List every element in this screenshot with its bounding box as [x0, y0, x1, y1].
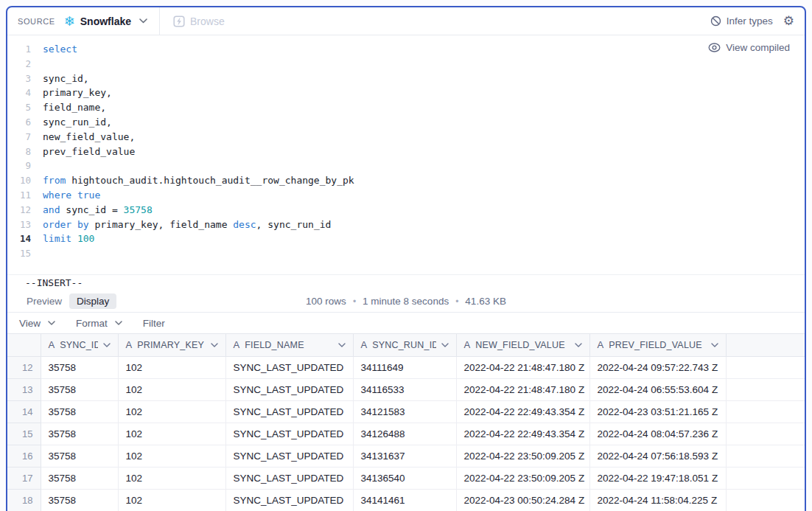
- column-header-field-name[interactable]: AFIELD_NAME: [225, 334, 353, 356]
- string-type-icon: A: [49, 339, 55, 350]
- column-header-sync-id[interactable]: ASYNC_ID: [41, 334, 118, 356]
- column-header-prev-field-value[interactable]: APREV_FIELD_VALUE: [589, 334, 726, 356]
- view-compiled-label: View compiled: [726, 42, 790, 53]
- table-cell[interactable]: 35758: [41, 467, 118, 489]
- column-name: PRIMARY_KEY: [137, 340, 205, 350]
- line-number: 2: [7, 57, 31, 72]
- code-line: 15: [7, 246, 805, 261]
- table-cell[interactable]: 2022-04-24 07:56:18.593 Z: [589, 445, 726, 467]
- row-number-header: [7, 334, 41, 356]
- table-cell[interactable]: 35758: [41, 423, 118, 445]
- result-stats: 100 rows • 1 minute 8 seconds • 41.63 KB: [306, 296, 506, 307]
- table-cell[interactable]: 102: [118, 378, 225, 400]
- results-tabs: Preview Display 100 rows • 1 minute 8 se…: [7, 291, 805, 313]
- table-cell[interactable]: 34111649: [353, 356, 456, 378]
- table-cell[interactable]: 2022-04-24 08:04:57.236 Z: [589, 423, 726, 445]
- format-dropdown-label: Format: [76, 318, 108, 329]
- line-number: 1: [7, 42, 31, 57]
- table-cell[interactable]: SYNC_LAST_UPDATED: [225, 400, 353, 423]
- infer-types-button[interactable]: Infer types: [710, 15, 773, 27]
- line-number: 12: [7, 203, 31, 218]
- table-cell[interactable]: 34141461: [353, 489, 456, 511]
- line-number: 8: [7, 145, 31, 159]
- table-cell[interactable]: 102: [118, 489, 225, 511]
- column-header-primary-key[interactable]: APRIMARY_KEY: [118, 334, 225, 356]
- table-row: 1635758102SYNC_LAST_UPDATED341316372022-…: [7, 445, 805, 467]
- code-line: 11where true: [7, 188, 805, 203]
- table-cell[interactable]: 2022-04-23 00:50:24.284 Z: [456, 489, 589, 511]
- table-cell[interactable]: SYNC_LAST_UPDATED: [225, 423, 353, 445]
- table-cell[interactable]: 34121583: [353, 400, 456, 423]
- code-line: 10from hightouch_audit.hightouch_audit__…: [7, 173, 805, 188]
- table-cell[interactable]: 102: [118, 400, 225, 423]
- tab-preview[interactable]: Preview: [19, 293, 69, 309]
- table-cell[interactable]: 35758: [41, 489, 118, 511]
- sql-editor[interactable]: 1select23sync_id,4primary_key,5field_nam…: [7, 35, 805, 274]
- source-selector[interactable]: ❄ Snowflake: [64, 15, 147, 28]
- column-header-sync-run-id[interactable]: ASYNC_RUN_ID: [353, 334, 456, 356]
- chevron-down-icon[interactable]: [441, 343, 449, 347]
- table-cell[interactable]: 102: [118, 467, 225, 489]
- column-header-new-field-value[interactable]: ANEW_FIELD_VALUE: [456, 334, 589, 356]
- code-line: 8prev_field_value: [7, 145, 805, 159]
- table-cell[interactable]: 102: [118, 445, 225, 467]
- code-line: 5field_name,: [7, 100, 805, 115]
- table-cell[interactable]: 102: [118, 423, 225, 445]
- gear-icon: ⚙: [783, 14, 794, 28]
- line-number: 15: [7, 246, 31, 261]
- code-lines: 1select23sync_id,4primary_key,5field_nam…: [7, 42, 805, 261]
- table-row: 1335758102SYNC_LAST_UPDATED341165332022-…: [7, 378, 805, 400]
- source-toolbar: SOURCE ❄ Snowflake Browse Infer types ⚙: [7, 7, 805, 35]
- format-dropdown[interactable]: Format: [76, 318, 122, 329]
- vim-mode-text: --INSERT--: [25, 277, 83, 288]
- browse-button[interactable]: Browse: [173, 15, 225, 27]
- table-cell[interactable]: 35758: [41, 400, 118, 423]
- table-cell[interactable]: 2022-04-22 22:49:43.354 Z: [456, 400, 589, 423]
- table-cell[interactable]: 2022-04-22 23:50:09.205 Z: [456, 445, 589, 467]
- table-cell[interactable]: SYNC_LAST_UPDATED: [225, 489, 353, 511]
- row-number: 12: [7, 356, 41, 378]
- stat-duration: 1 minute 8 seconds: [363, 296, 449, 307]
- code-line: 7new_field_value,: [7, 130, 805, 145]
- code-text: select: [31, 42, 77, 57]
- snowflake-icon: ❄: [64, 15, 75, 28]
- trailing-cell: [726, 445, 805, 467]
- table-cell[interactable]: 34126488: [353, 423, 456, 445]
- code-line: 2: [7, 57, 805, 72]
- table-cell[interactable]: 2022-04-23 03:51:21.165 Z: [589, 400, 726, 423]
- chevron-down-icon[interactable]: [575, 343, 582, 347]
- table-cell[interactable]: 34116533: [353, 378, 456, 400]
- chevron-down-icon[interactable]: [103, 343, 111, 347]
- table-cell[interactable]: 2022-04-24 11:58:04.225 Z: [589, 489, 726, 511]
- chevron-down-icon[interactable]: [211, 343, 218, 347]
- table-cell[interactable]: 35758: [41, 445, 118, 467]
- settings-button[interactable]: ⚙: [783, 15, 794, 27]
- table-cell[interactable]: 34131637: [353, 445, 456, 467]
- table-cell[interactable]: 102: [118, 356, 225, 378]
- column-name: NEW_FIELD_VALUE: [475, 340, 569, 350]
- table-cell[interactable]: 2022-04-24 09:57:22.743 Z: [589, 356, 726, 378]
- table-cell[interactable]: 35758: [41, 378, 118, 400]
- tab-display[interactable]: Display: [69, 293, 116, 309]
- view-compiled-button[interactable]: View compiled: [708, 42, 790, 53]
- table-row: 1735758102SYNC_LAST_UPDATED341365402022-…: [7, 467, 805, 489]
- table-row: 1435758102SYNC_LAST_UPDATED341215832022-…: [7, 400, 805, 423]
- table-cell[interactable]: 2022-04-22 22:49:43.354 Z: [456, 423, 589, 445]
- filter-button[interactable]: Filter: [143, 318, 165, 329]
- row-number: 14: [7, 400, 41, 423]
- view-dropdown[interactable]: View: [19, 318, 55, 329]
- table-cell[interactable]: 2022-04-22 23:50:09.205 Z: [456, 467, 589, 489]
- table-cell[interactable]: SYNC_LAST_UPDATED: [225, 445, 353, 467]
- table-cell[interactable]: 2022-04-22 21:48:47.180 Z: [456, 378, 589, 400]
- table-cell[interactable]: SYNC_LAST_UPDATED: [225, 378, 353, 400]
- table-cell[interactable]: SYNC_LAST_UPDATED: [225, 467, 353, 489]
- table-cell[interactable]: 2022-04-24 06:55:53.604 Z: [589, 378, 726, 400]
- table-cell[interactable]: 2022-04-22 19:47:18.051 Z: [589, 467, 726, 489]
- line-number: 3: [7, 72, 31, 86]
- chevron-down-icon[interactable]: [338, 343, 346, 347]
- table-cell[interactable]: 2022-04-22 21:48:47.180 Z: [456, 356, 589, 378]
- table-cell[interactable]: 34136540: [353, 467, 456, 489]
- table-cell[interactable]: SYNC_LAST_UPDATED: [225, 356, 353, 378]
- chevron-down-icon[interactable]: [711, 343, 718, 347]
- table-cell[interactable]: 35758: [41, 356, 118, 378]
